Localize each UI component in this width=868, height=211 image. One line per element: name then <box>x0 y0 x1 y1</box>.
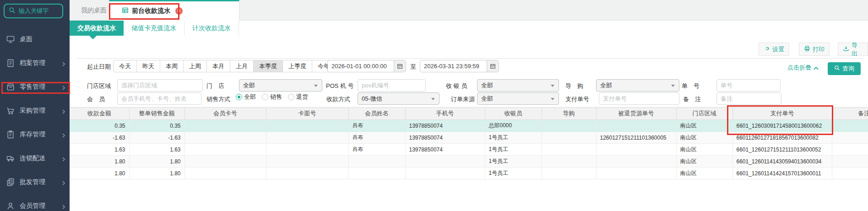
col-guide[interactable]: 导购 <box>542 108 596 120</box>
cell[interactable]: 1号员工 <box>485 144 542 156</box>
cell[interactable]: 13978850074 <box>405 144 485 156</box>
calendar-icon[interactable] <box>487 60 499 72</box>
col-pay-no[interactable]: 支付单号 <box>732 108 832 120</box>
col-member-name[interactable]: 会员姓名 <box>348 108 405 120</box>
cell[interactable] <box>266 132 348 144</box>
cell[interactable] <box>405 156 485 168</box>
preset-last-month[interactable]: 上月 <box>230 60 254 72</box>
col-refund-source-no[interactable]: 被退货源单号 <box>596 108 676 120</box>
print-button[interactable]: 打印 <box>799 43 830 56</box>
cell[interactable]: 1号员工 <box>485 132 542 144</box>
cell[interactable]: 南山区 <box>676 144 732 156</box>
col-remark[interactable]: 备注 <box>832 108 868 120</box>
order-no-input[interactable] <box>716 79 781 92</box>
col-store-area[interactable]: 门店区域 <box>676 108 732 120</box>
cell[interactable] <box>596 156 676 168</box>
cell[interactable]: 0.35 <box>70 120 129 132</box>
cell[interactable] <box>832 156 868 168</box>
col-cashier[interactable]: 收银员 <box>485 108 542 120</box>
cell[interactable]: 南山区 <box>676 156 732 168</box>
cell[interactable] <box>542 144 596 156</box>
pay-method-select[interactable]: 05-微信 <box>358 92 439 105</box>
sidebar-item-inventory[interactable]: 库存管理 <box>0 128 70 141</box>
sidebar-item-members[interactable]: 会员管理 <box>0 199 70 211</box>
store-select[interactable]: 全部 <box>239 79 322 92</box>
subtab-storedcard-recharge-flow[interactable]: 储值卡充值流水 <box>124 21 184 36</box>
sidebar-item-desktop[interactable]: 桌面 <box>0 32 70 46</box>
cell[interactable]: 13978850074 <box>405 132 485 144</box>
cell[interactable]: 1号员工 <box>485 156 542 168</box>
table-row[interactable]: 1.80 1.80 1号员工 南山区 6601_1260114142415701… <box>70 168 868 179</box>
sidebar-item-retail[interactable]: 零售管理 <box>0 80 70 94</box>
cell[interactable]: 吕布 <box>348 120 405 132</box>
order-source-select[interactable]: 全部 <box>477 92 559 105</box>
sidebar-item-purchase[interactable]: 采购管理 <box>0 104 70 118</box>
cell[interactable]: 1.63 <box>129 144 184 156</box>
sidebar-item-wholesale[interactable]: 批发管理 <box>0 175 70 189</box>
cell[interactable] <box>266 120 348 132</box>
cell[interactable] <box>832 120 868 132</box>
table-row[interactable]: 0.35 0.35 吕布 13978850074 总部0000 南山区 6601… <box>70 120 868 132</box>
remark-input[interactable] <box>716 92 781 105</box>
preset-yesterday[interactable]: 昨天 <box>137 60 160 72</box>
col-receipt-amount[interactable]: 收款金额 <box>70 108 129 120</box>
cell[interactable] <box>184 132 266 144</box>
preset-today[interactable]: 今天 <box>113 60 137 72</box>
cell[interactable] <box>184 156 266 168</box>
cell[interactable] <box>542 132 596 144</box>
subtab-count-receipt-flow[interactable]: 计次收款流水 <box>184 21 239 36</box>
export-button[interactable]: 导出 <box>838 43 868 56</box>
col-order-sale-amount[interactable]: 整单销售金额 <box>129 108 184 120</box>
cell[interactable] <box>542 120 596 132</box>
cell[interactable] <box>348 156 405 168</box>
close-icon[interactable]: ✕ <box>175 7 183 15</box>
cell[interactable]: 吕布 <box>348 132 405 144</box>
table-row[interactable]: -1.63 -1.63 吕布 13978850074 1号员工 12601271… <box>70 132 868 144</box>
cell[interactable] <box>266 144 348 156</box>
cell[interactable] <box>266 156 348 168</box>
cell[interactable] <box>542 156 596 168</box>
cell[interactable]: 13978850074 <box>405 120 485 132</box>
preset-this-month[interactable]: 本月 <box>207 60 230 72</box>
date-to-picker[interactable]: 2026-03-31 23:59:59 <box>420 60 499 72</box>
sidebar-item-archives[interactable]: 档案管理 <box>0 56 70 70</box>
member-input[interactable] <box>117 92 201 105</box>
col-member-card-no[interactable]: 会员卡号 <box>184 108 266 120</box>
store-area-input[interactable] <box>117 79 203 92</box>
table-row[interactable]: 1.63 1.63 吕布 13978850074 1号员工 南山区 6601_1… <box>70 144 868 156</box>
tab-front-receipts[interactable]: 前台收款流水 ✕ <box>109 0 239 21</box>
selected-pay-no-cell[interactable]: 6601_12603091714580013600062 <box>732 120 832 132</box>
cell[interactable]: 1260127151211101360005 <box>596 132 676 144</box>
cell[interactable]: 660112601271818567013600082 <box>732 132 832 144</box>
cell[interactable]: 6601_12601141430594013600034 <box>732 156 832 168</box>
cell[interactable]: -1.63 <box>70 132 129 144</box>
cell[interactable]: -1.63 <box>129 132 184 144</box>
tab-my-desktop[interactable]: 我的桌面 <box>81 0 107 21</box>
cell[interactable]: 南山区 <box>676 168 732 179</box>
cell[interactable]: 1.80 <box>70 168 129 179</box>
cell[interactable]: 0.35 <box>129 120 184 132</box>
collapse-filters-link[interactable]: 点击折叠 <box>787 64 819 72</box>
cell[interactable]: 吕布 <box>348 144 405 156</box>
guide-select[interactable]: 全部 <box>596 79 679 92</box>
pos-number-input[interactable] <box>358 79 426 92</box>
cell[interactable]: 1.63 <box>70 144 129 156</box>
calendar-icon[interactable] <box>394 60 406 72</box>
cell[interactable] <box>596 120 676 132</box>
query-button[interactable]: 查询 <box>828 62 861 75</box>
cell[interactable] <box>596 144 676 156</box>
cell[interactable]: 1.80 <box>129 156 184 168</box>
cell[interactable] <box>596 168 676 179</box>
cell[interactable]: 1.80 <box>129 168 184 179</box>
cell[interactable]: 6601_12601271512111013600052 <box>732 144 832 156</box>
cell[interactable] <box>184 120 266 132</box>
col-phone[interactable]: 手机号 <box>405 108 485 120</box>
cell[interactable] <box>832 132 868 144</box>
cell[interactable] <box>405 168 485 179</box>
subtab-transaction-flow[interactable]: 交易收款流水 <box>70 21 124 36</box>
date-from-picker[interactable]: 2026-01-01 00:00:00 <box>327 60 406 72</box>
sidebar-item-delivery[interactable]: 连锁配送 <box>0 151 70 165</box>
cell[interactable] <box>184 168 266 179</box>
cell[interactable] <box>348 168 405 179</box>
cell[interactable]: 1.80 <box>70 156 129 168</box>
